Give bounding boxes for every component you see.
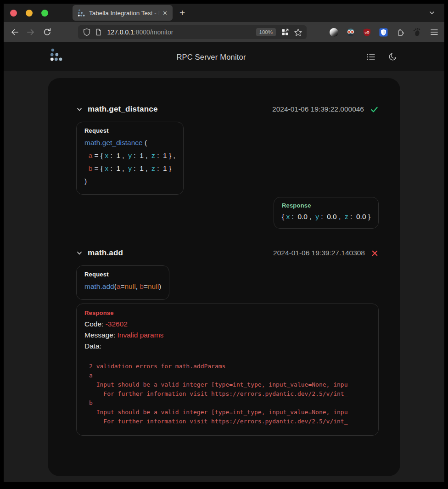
entry-header: math.get_distance 2024-01-06 19:39:22.00… xyxy=(76,103,379,115)
page-viewport: RPC Server Monitor xyxy=(4,42,444,482)
browser-tab[interactable]: Tabella Integration Test - M ✕ xyxy=(73,5,173,21)
tab-title: Tabella Integration Test - M xyxy=(89,10,162,17)
rpc-entry: math.add 2024-01-06 19:39:27.140308 Requ… xyxy=(76,247,379,436)
reload-icon[interactable] xyxy=(42,27,52,38)
error-code-row: Code: -32602 xyxy=(84,319,370,330)
x-icon xyxy=(371,249,379,257)
zoom-level-badge[interactable]: 100% xyxy=(256,28,276,36)
tab-bar: Tabella Integration Test - M ✕ + xyxy=(4,4,444,22)
response-label: Response xyxy=(282,202,370,209)
timestamp: 2024-01-06 19:39:22.000046 xyxy=(272,105,364,113)
svg-text:uO: uO xyxy=(365,30,370,34)
chevron-down-icon xyxy=(76,106,83,112)
url-text[interactable]: 127.0.0.1:8000/monitor xyxy=(107,28,173,36)
response-label: Response xyxy=(84,309,370,316)
tab-close-icon[interactable]: ✕ xyxy=(162,10,168,17)
tab-favicon-dots-icon xyxy=(78,9,85,17)
entry-collapse-toggle[interactable]: math.add xyxy=(76,248,123,258)
monitor-card: math.get_distance 2024-01-06 19:39:22.00… xyxy=(48,78,400,476)
url-bar[interactable]: 127.0.0.1:8000/monitor 100% xyxy=(78,25,307,39)
check-icon xyxy=(370,105,379,114)
menu-icon[interactable] xyxy=(430,28,439,37)
url-path: :8000/monitor xyxy=(134,28,174,36)
new-tab-button[interactable]: + xyxy=(179,8,185,17)
puzzle-icon[interactable] xyxy=(396,28,405,37)
ublock-icon[interactable]: uO xyxy=(363,28,372,37)
forward-icon[interactable] xyxy=(25,27,36,38)
url-host: 127.0.0.1 xyxy=(107,28,134,36)
star-icon[interactable] xyxy=(294,28,302,37)
request-box: Request math.get_distance ( a = { x : 1 … xyxy=(76,122,184,195)
window-maximize-button[interactable] xyxy=(41,10,48,17)
request-code-line: b = { x : 1 , y : 1 , z : 1 } xyxy=(84,162,175,175)
list-icon[interactable] xyxy=(366,52,376,62)
moon-icon[interactable] xyxy=(388,52,398,62)
darkreader-icon[interactable] xyxy=(330,28,339,37)
error-data-row: Data: xyxy=(84,341,370,352)
method-name: math.get_distance xyxy=(88,105,158,114)
request-code-line: ) xyxy=(84,175,175,188)
request-label: Request xyxy=(84,271,161,278)
window-close-button[interactable] xyxy=(10,10,17,17)
response-box: Response { x : 0.0 , y : 0.0 , z : 0.0 } xyxy=(274,197,379,229)
app-header: RPC Server Monitor xyxy=(4,42,444,71)
shield-icon[interactable] xyxy=(83,28,91,36)
window-controls xyxy=(10,10,48,17)
extension-icons: uO xyxy=(330,28,421,37)
grid-arrow-icon[interactable] xyxy=(281,28,289,36)
chevron-down-icon xyxy=(76,250,83,256)
entry-collapse-toggle[interactable]: math.get_distance xyxy=(76,105,158,114)
error-code-value: -32602 xyxy=(106,320,128,328)
bitwarden-icon[interactable] xyxy=(379,28,388,37)
error-message-value: Invalid params xyxy=(118,331,164,339)
tab-list-chevron-down-icon[interactable] xyxy=(428,9,436,17)
browser-toolbar: 127.0.0.1:8000/monitor 100% xyxy=(4,22,444,42)
timestamp: 2024-01-06 19:39:27.140308 xyxy=(273,249,365,257)
request-code-line: math.add(a=null, b=null) xyxy=(84,280,161,293)
tabella-dots-logo[interactable] xyxy=(50,48,62,61)
page-icon[interactable] xyxy=(95,28,102,36)
validation-error-text: 2 validation errors for math.addParams a… xyxy=(89,362,370,426)
page-title: RPC Server Monitor xyxy=(176,52,246,61)
request-box: Request math.add(a=null, b=null) xyxy=(76,265,169,300)
request-code-line: math.get_distance ( xyxy=(84,136,175,149)
browser-window: Tabella Integration Test - M ✕ + 127.0.0… xyxy=(4,4,444,482)
request-label: Request xyxy=(84,127,175,134)
rpc-entry: math.get_distance 2024-01-06 19:39:22.00… xyxy=(76,103,379,229)
error-message-row: Message: Invalid params xyxy=(84,330,370,341)
back-icon[interactable] xyxy=(9,27,20,38)
window-minimize-button[interactable] xyxy=(26,10,33,17)
error-response-box: Response Code: -32602 Message: Invalid p… xyxy=(76,304,379,436)
entry-header: math.add 2024-01-06 19:39:27.140308 xyxy=(76,247,379,259)
response-code-line: { x : 0.0 , y : 0.0 , z : 0.0 } xyxy=(282,211,370,222)
method-name: math.add xyxy=(88,248,123,258)
gnome-foot-icon[interactable] xyxy=(412,28,421,37)
request-code-line: a = { x : 1 , y : 1 , z : 1 } , xyxy=(84,149,175,162)
spy-extension-icon[interactable] xyxy=(346,28,355,37)
page-content: math.get_distance 2024-01-06 19:39:22.00… xyxy=(4,71,444,482)
